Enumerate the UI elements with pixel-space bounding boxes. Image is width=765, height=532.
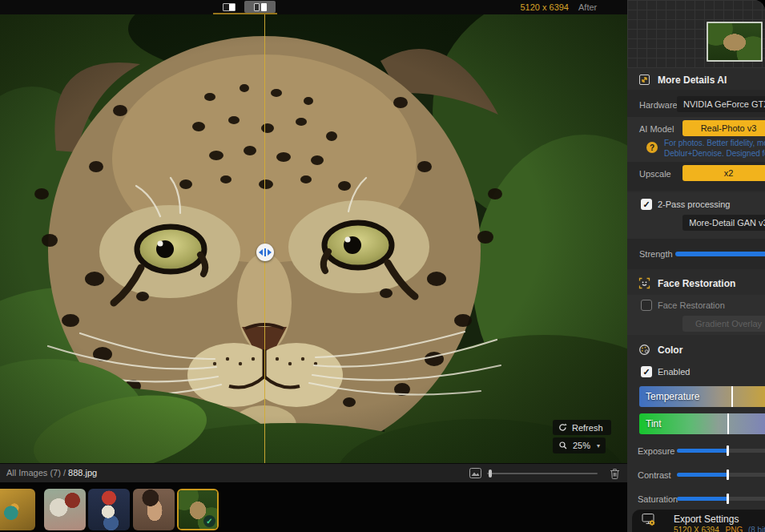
export-settings-icon [642,513,656,526]
tint-marker[interactable] [727,413,729,434]
view-mode-toggle [213,1,276,13]
thumbnail-kingfisher-photo[interactable] [0,489,35,530]
upscale-expand-icon [638,74,650,86]
split-arrow-right-icon [268,249,272,256]
compare-split-handle[interactable] [256,244,274,261]
thumbnail-size-handle[interactable] [489,470,492,478]
export-settings-title: Export Settings [674,514,739,525]
slider-handle[interactable] [727,445,729,456]
slider-fill [677,449,728,453]
compare-split-line[interactable] [264,14,265,463]
tint-slider[interactable]: Tint [639,413,765,434]
zoom-level-value: 25% [573,441,590,450]
gradient-overlay-dropdown[interactable]: Gradient Overlay [682,316,765,332]
section-title: Face Restoration [658,278,735,289]
face-restoration-checkbox-label: Face Restoration [658,300,725,310]
palette-icon [638,344,650,356]
refresh-button[interactable]: Refresh [553,420,611,435]
tint-label: Tint [646,418,662,429]
thumbnail-illustration-art[interactable] [88,489,130,530]
section-more-details-ai: More Details AI [638,74,727,86]
two-pass-checkbox[interactable]: ✓ [641,199,652,210]
upscale-label: Upscale [639,169,671,179]
after-tab[interactable]: After [578,2,597,12]
thumbnail-fairy-portrait[interactable] [44,489,86,530]
breadcrumb-separator: / [63,468,66,478]
trash-icon[interactable] [610,468,620,479]
processed-check-badge: ✓ [203,515,215,527]
single-view-icon [223,3,236,11]
saturation-slider[interactable] [677,497,765,501]
strength-slider[interactable] [675,252,765,256]
ai-model-button[interactable]: Real-Photo v3 [682,120,765,136]
leopard-image [0,14,627,463]
temperature-label: Temperature [646,391,699,402]
face-scan-icon [638,277,650,289]
split-divider-icon [264,248,266,256]
export-settings-button[interactable]: Export Settings 5120 X 6394 PNG (8 bit [632,510,765,532]
section-color: Color [638,344,682,356]
settings-panel: More Details AI Hardware NVIDIA GeForce … [627,0,765,532]
canvas-viewport[interactable]: Refresh 25% ▾ [0,14,627,463]
color-enabled-checkbox[interactable]: ✓ [641,366,652,377]
thumbnail-leopard-photo[interactable]: ✓ [177,489,219,530]
export-format: PNG [726,526,743,532]
strength-label: Strength [639,249,673,259]
top-bar: 5120 x 6394 After [0,0,627,14]
ai-model-hint: For photos. Better fidelity, more cl Deb… [664,138,765,159]
output-resolution-label: 5120 x 6394 [487,2,569,12]
section-face-restoration: Face Restoration [638,277,735,289]
section-title: More Details AI [658,75,727,86]
thumbnail-size-icon [469,468,481,478]
split-view-icon [254,3,267,11]
hint-line-2: Deblur+Denoise. Designed for hi [664,148,765,159]
breadcrumb: All Images (7) / 888.jpg [6,468,97,478]
hardware-label: Hardware [639,100,678,110]
chevron-down-icon: ▾ [597,442,600,449]
ai-model-label: AI Model [639,124,674,134]
refresh-label: Refresh [572,423,603,433]
exposure-slider[interactable] [677,449,765,453]
export-resolution: 5120 X 6394 [674,526,719,532]
slider-handle[interactable] [727,494,729,504]
single-view-button[interactable] [213,1,244,13]
zoom-level-selector[interactable]: 25% ▾ [553,437,606,453]
face-restoration-checkbox[interactable] [641,300,652,311]
temperature-slider[interactable]: Temperature [639,386,765,407]
current-filename: 888.jpg [68,468,97,478]
slider-fill [677,497,728,501]
section-title: Color [658,345,682,356]
app-window: 5120 x 6394 After [0,0,765,532]
color-enabled-label: Enabled [658,367,690,377]
exposure-label: Exposure [638,446,674,456]
upscale-button[interactable]: x2 [682,165,765,181]
split-arrow-left-icon [259,249,263,256]
slider-handle[interactable] [727,470,729,480]
temperature-marker[interactable] [731,386,733,407]
two-pass-label: 2-Pass processing [658,200,731,209]
export-bit-depth: (8 bit [748,526,765,532]
filmstrip: ✓ [0,482,627,532]
magnifier-icon [558,441,568,450]
export-summary: 5120 X 6394 PNG (8 bit [674,526,765,532]
navigator-thumbnail[interactable] [707,22,763,62]
thumbnail-size-slider[interactable] [487,473,598,474]
contrast-label: Contrast [638,470,671,480]
all-images-label[interactable]: All Images (7) [6,468,61,478]
thumbnail-woman-portrait[interactable] [133,489,175,530]
saturation-label: Saturation [638,494,678,504]
refresh-icon [558,423,567,432]
help-icon[interactable]: ? [646,142,658,153]
contrast-slider[interactable] [677,473,765,477]
hardware-dropdown[interactable]: NVIDIA GeForce GTX 1050 [677,96,765,112]
navigator-map[interactable] [627,0,765,68]
gan-model-dropdown[interactable]: More-Detail GAN v3 [682,215,765,231]
slider-fill [677,473,728,477]
hint-line-1: For photos. Better fidelity, more cl [664,138,765,148]
file-info-bar: All Images (7) / 888.jpg [0,463,627,482]
split-view-button[interactable] [244,1,276,13]
